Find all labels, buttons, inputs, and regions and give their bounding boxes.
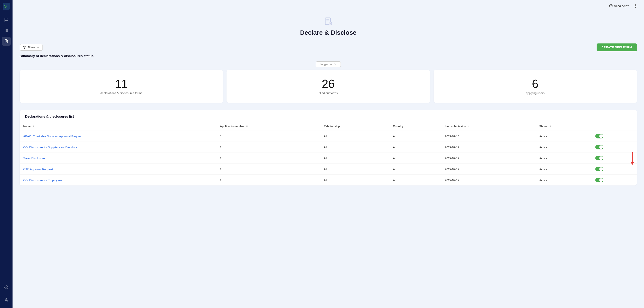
col-header-name: Name ⇅ xyxy=(20,122,216,131)
cell-country-4: All xyxy=(389,175,441,186)
sidebar: S xyxy=(0,0,12,308)
col-header-toggle xyxy=(592,122,637,131)
sidebar-item-forms[interactable] xyxy=(2,26,11,35)
help-button[interactable]: Need help? xyxy=(609,4,629,8)
col-header-applicants: Applicants number ⇅ xyxy=(216,122,320,131)
col-header-country: Country xyxy=(389,122,441,131)
status-toggle-4[interactable] xyxy=(595,178,603,182)
status-toggle-1[interactable] xyxy=(595,145,603,149)
col-header-status: Status ⇅ xyxy=(536,122,592,131)
cell-relationship-4: All xyxy=(320,175,389,186)
table-row: ABAC_Charitable Donation Approval Reques… xyxy=(20,131,637,142)
chevron-down-icon xyxy=(37,46,39,49)
stat-card-filled: 26 filled out forms xyxy=(226,70,430,103)
declarations-table: Name ⇅ Applicants number ⇅ Relationship … xyxy=(20,122,637,186)
cell-applicants-1: 2 xyxy=(216,142,320,153)
topbar: Need help? xyxy=(12,0,644,12)
col-header-last-submission: Last submission ⇅ xyxy=(441,122,536,131)
page-header: Declare & Disclose xyxy=(12,12,644,41)
sidebar-item-chat[interactable] xyxy=(2,15,11,24)
stat-card-users: 6 applying users xyxy=(434,70,637,103)
svg-marker-22 xyxy=(23,46,26,49)
form-link-3[interactable]: GTE Approval Request xyxy=(23,168,53,171)
cell-status-4: Active xyxy=(536,175,592,186)
svg-text:S: S xyxy=(4,4,7,9)
power-icon xyxy=(634,4,638,8)
page-header-icon xyxy=(324,17,333,28)
cell-name-3[interactable]: GTE Approval Request xyxy=(20,164,216,175)
cell-name-0[interactable]: ABAC_Charitable Donation Approval Reques… xyxy=(20,131,216,142)
stat-label-filled: filled out forms xyxy=(319,91,338,95)
status-toggle-2[interactable] xyxy=(595,156,603,160)
table-row: Sales Disclosure 2 All All 2022/09/12 Ac… xyxy=(20,153,637,164)
cell-toggle-4[interactable] xyxy=(592,175,637,186)
cell-applicants-0: 1 xyxy=(216,131,320,142)
table-header-row: Name ⇅ Applicants number ⇅ Relationship … xyxy=(20,122,637,131)
stat-number-filled: 26 xyxy=(322,78,335,90)
cell-country-3: All xyxy=(389,164,441,175)
stats-grid: 11 declarations & disclosures forms 26 f… xyxy=(20,70,637,103)
stat-card-forms: 11 declarations & disclosures forms xyxy=(20,70,223,103)
page-title: Declare & Disclose xyxy=(300,29,356,36)
cell-applicants-4: 2 xyxy=(216,175,320,186)
cell-toggle-1[interactable] xyxy=(592,142,637,153)
cell-applicants-2: 2 xyxy=(216,153,320,164)
cell-toggle-0[interactable] xyxy=(592,131,637,142)
cell-submission-3: 2022/09/12 xyxy=(441,164,536,175)
sort-icon-status: ⇅ xyxy=(549,125,551,128)
toggle-sortby-button[interactable]: Toggle SortBy xyxy=(316,61,341,67)
power-button[interactable] xyxy=(632,3,639,9)
sort-icon-name: ⇅ xyxy=(32,125,34,128)
sidebar-item-declare[interactable] xyxy=(2,37,11,46)
cell-submission-0: 2022/09/16 xyxy=(441,131,536,142)
svg-point-10 xyxy=(6,287,7,288)
cell-status-1: Active xyxy=(536,142,592,153)
sort-icon-submission: ⇅ xyxy=(468,125,469,128)
stat-label-forms: declarations & disclosures forms xyxy=(100,91,142,95)
cell-relationship-2: All xyxy=(320,153,389,164)
cell-name-2[interactable]: Sales Disclosure xyxy=(20,153,216,164)
list-title: Declarations & disclosures list xyxy=(20,110,637,122)
sidebar-item-settings[interactable] xyxy=(2,283,11,292)
cell-status-3: Active xyxy=(536,164,592,175)
sidebar-bottom xyxy=(2,282,11,305)
sidebar-item-user[interactable] xyxy=(2,295,11,304)
cell-country-0: All xyxy=(389,131,441,142)
form-link-0[interactable]: ABAC_Charitable Donation Approval Reques… xyxy=(23,135,82,138)
cell-toggle-3[interactable] xyxy=(592,164,637,175)
summary-section-title: Summary of declarations & disclosures st… xyxy=(20,54,637,58)
toggle-sortby-container: Toggle SortBy xyxy=(20,61,637,67)
cell-toggle-2[interactable] xyxy=(592,153,637,164)
cell-status-2: Active xyxy=(536,153,592,164)
cell-name-4[interactable]: COI Disclosure for Employees xyxy=(20,175,216,186)
content-area: Summary of declarations & disclosures st… xyxy=(12,54,644,308)
stat-number-forms: 11 xyxy=(115,78,128,90)
stat-label-users: applying users xyxy=(526,91,544,95)
status-toggle-0[interactable] xyxy=(595,134,603,138)
form-link-4[interactable]: COI Disclosure for Employees xyxy=(23,179,62,182)
cell-submission-2: 2022/09/12 xyxy=(441,153,536,164)
filter-button[interactable]: Filters xyxy=(20,44,43,51)
stat-number-users: 6 xyxy=(532,78,538,90)
toolbar: Filters CREATE NEW FORM xyxy=(12,41,644,54)
cell-relationship-1: All xyxy=(320,142,389,153)
main-content: Need help? Declare & Disclose xyxy=(12,0,644,308)
table-row: COI Disclosure for Employees 2 All All 2… xyxy=(20,175,637,186)
table-row: GTE Approval Request 2 All All 2022/09/1… xyxy=(20,164,637,175)
cell-country-2: All xyxy=(389,153,441,164)
status-toggle-3[interactable] xyxy=(595,167,603,171)
filter-icon xyxy=(23,46,26,49)
cell-status-0: Active xyxy=(536,131,592,142)
cell-name-1[interactable]: COI Disclosure for Suppliers and Vendors xyxy=(20,142,216,153)
cell-submission-4: 2022/09/12 xyxy=(441,175,536,186)
help-label: Need help? xyxy=(614,4,629,8)
sort-icon-applicants: ⇅ xyxy=(246,125,248,128)
declarations-list: Declarations & disclosures list Name ⇅ xyxy=(20,110,637,186)
form-link-1[interactable]: COI Disclosure for Suppliers and Vendors xyxy=(23,145,77,149)
sidebar-logo[interactable]: S xyxy=(3,3,10,10)
cell-relationship-3: All xyxy=(320,164,389,175)
create-form-button[interactable]: CREATE NEW FORM xyxy=(596,44,637,51)
cell-country-1: All xyxy=(389,142,441,153)
form-link-2[interactable]: Sales Disclosure xyxy=(23,157,45,160)
help-icon xyxy=(609,4,613,8)
